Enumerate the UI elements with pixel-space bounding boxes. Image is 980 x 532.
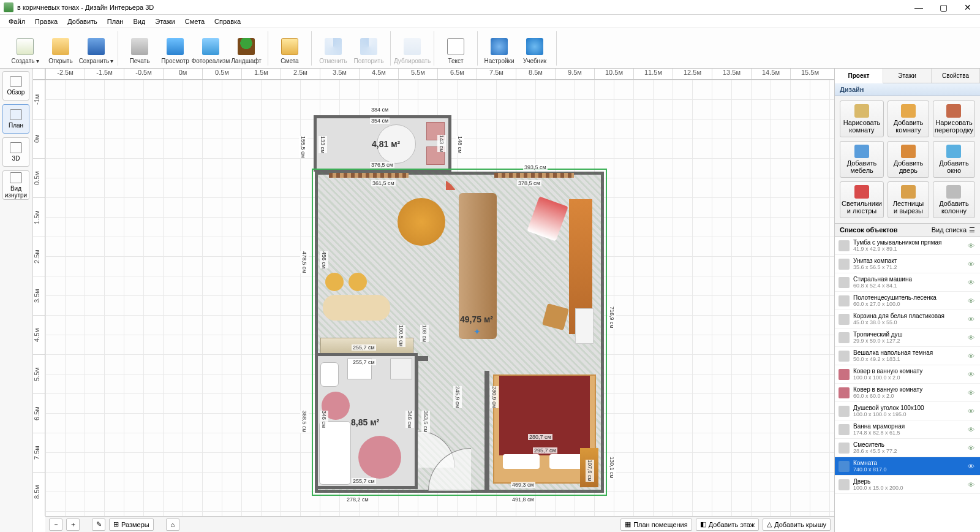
rp-tab-1[interactable]: Этажи	[883, 69, 932, 83]
visibility-icon[interactable]: 👁	[968, 260, 976, 268]
round-table[interactable]	[398, 198, 445, 246]
menu-правка[interactable]: Правка	[30, 17, 62, 26]
add-floor-button[interactable]: ◧Добавить этаж	[696, 519, 759, 531]
close-button[interactable]: ✕	[956, 0, 980, 15]
toilet[interactable]	[320, 362, 339, 387]
create-button[interactable]: Создать▾	[7, 31, 43, 66]
window-left[interactable]	[329, 173, 409, 178]
menu-вид[interactable]: Вид	[128, 17, 150, 26]
text-button[interactable]: Текст	[438, 31, 473, 66]
armchair[interactable]	[542, 303, 569, 330]
photoreal-button[interactable]: Фотореализм	[193, 31, 228, 66]
design-btn-6[interactable]: Светильники и люстры	[840, 181, 884, 218]
object-item[interactable]: Комната740.0 x 817.0👁	[835, 457, 980, 476]
visibility-icon[interactable]: 👁	[968, 444, 976, 452]
object-item[interactable]: Душевой уголок 100x100100.0 x 100.0 x 19…	[835, 402, 980, 420]
rp-tab-2[interactable]: Свойства	[932, 69, 980, 83]
list-view-toggle[interactable]: Вид списка☰	[932, 226, 975, 234]
menu-этажи[interactable]: Этажи	[150, 17, 179, 26]
design-btn-4[interactable]: Добавить дверь	[888, 141, 929, 178]
corner-shelf[interactable]	[433, 177, 459, 203]
minimize-button[interactable]: —	[907, 0, 931, 15]
exercise-bike[interactable]	[527, 196, 568, 241]
bath-rug[interactable]	[358, 436, 401, 479]
viewtab-plan[interactable]: План	[2, 104, 29, 134]
object-item[interactable]: Корзина для белья пластиковая45.0 x 38.0…	[835, 310, 980, 329]
visibility-icon[interactable]: 👁	[968, 279, 976, 286]
print-button[interactable]: Печать	[122, 31, 157, 66]
home-button[interactable]: ⌂	[166, 519, 179, 531]
object-item[interactable]: Тропический душ29.9 x 59.0 x 127.2👁	[835, 329, 980, 347]
menu-смета[interactable]: Смета	[180, 17, 209, 26]
object-item[interactable]: Ковер в ванную комнату100.0 x 100.0 x 2.…	[835, 365, 980, 384]
preview-button[interactable]: Просмотр	[157, 31, 193, 66]
visibility-icon[interactable]: 👁	[968, 297, 976, 305]
object-item[interactable]: Ванна мраморная174.8 x 82.8 x 61.5👁	[835, 420, 980, 439]
object-item[interactable]: Тумба с умывальником прямая41.9 x 42.9 x…	[835, 237, 980, 255]
landscape-button[interactable]: Ландшафт	[228, 31, 264, 66]
visibility-icon[interactable]: 👁	[968, 352, 976, 360]
room-bath[interactable]: 8,85 м²	[315, 353, 418, 489]
zoom-in-button[interactable]: ＋	[66, 519, 80, 531]
design-btn-1[interactable]: Добавить комнату	[888, 101, 929, 137]
menu-добавить[interactable]: Добавить	[62, 17, 102, 26]
menu-план[interactable]: План	[102, 17, 129, 26]
design-btn-3[interactable]: Добавить мебель	[840, 141, 884, 178]
dim: 378,5 см	[517, 180, 541, 186]
visibility-icon[interactable]: 👁	[968, 389, 976, 397]
open-button[interactable]: Открыть	[43, 31, 78, 66]
add-roof-button[interactable]: △Добавить крышу	[763, 519, 831, 531]
design-btn-5[interactable]: Добавить окно	[933, 141, 975, 178]
dim: 255,7 см	[352, 359, 376, 365]
sizes-button[interactable]: ⊞Размеры	[109, 519, 154, 531]
menu-справка[interactable]: Справка	[209, 17, 246, 26]
floorplan-button[interactable]: ▦План помещения	[620, 519, 692, 531]
zoom-out-button[interactable]: －	[49, 519, 62, 531]
design-btn-7[interactable]: Лестницы и вырезы	[888, 181, 929, 218]
bathtub[interactable]	[319, 421, 351, 485]
settings-button[interactable]: Настройки	[481, 31, 517, 66]
viewtab-obzor[interactable]: Обзор	[2, 71, 29, 101]
visibility-icon[interactable]: 👁	[968, 426, 976, 433]
window-right[interactable]	[494, 173, 574, 178]
object-item[interactable]: Стиральная машина60.8 x 52.4 x 84.1👁	[835, 273, 980, 292]
rp-tab-0[interactable]: Проект	[835, 69, 883, 83]
visibility-icon[interactable]: 👁	[968, 481, 976, 488]
counter[interactable]	[323, 295, 390, 321]
object-item[interactable]: Ковер в ванную комнату60.0 x 60.0 x 2.0👁	[835, 384, 980, 402]
stool-a[interactable]	[325, 273, 344, 291]
object-item[interactable]: Вешалка напольная темная50.0 x 49.2 x 18…	[835, 347, 980, 365]
visibility-icon[interactable]: 👁	[968, 463, 976, 470]
maximize-button[interactable]: ▢	[931, 0, 956, 15]
toolbar: Создать▾ОткрытьСохранить▾ПечатьПросмотрФ…	[0, 28, 980, 69]
floor-plan-canvas[interactable]: 4,81 м² 384 см 354 см 376,5 см 155,5 см …	[45, 80, 834, 516]
visibility-icon[interactable]: 👁	[968, 408, 976, 415]
object-item[interactable]: Унитаз компакт35.6 x 56.5 x 71.2👁	[835, 255, 980, 273]
stool-b[interactable]	[349, 273, 367, 291]
viewtab-inside[interactable]: Вид изнутри	[2, 170, 29, 200]
visibility-icon[interactable]: 👁	[968, 334, 976, 341]
wall-seg-2[interactable]	[484, 371, 489, 492]
washer[interactable]	[390, 359, 412, 379]
view-tabs: ОбзорПлан3DВид изнутри	[0, 69, 33, 532]
design-btn-8[interactable]: Добавить колонну	[933, 181, 975, 218]
visibility-icon[interactable]: 👁	[968, 371, 976, 378]
side-table[interactable]	[575, 308, 594, 344]
visibility-icon[interactable]: 👁	[968, 242, 976, 249]
object-item[interactable]: Дверь100.0 x 15.0 x 200.0👁	[835, 476, 980, 494]
visibility-icon[interactable]: 👁	[968, 316, 976, 323]
design-btn-2[interactable]: Нарисовать перегородку	[933, 101, 975, 137]
menu-файл[interactable]: Файл	[4, 17, 30, 26]
object-item[interactable]: Полотенцесушитель-лесенка60.0 x 27.0 x 1…	[835, 292, 980, 310]
object-item[interactable]: Смеситель28.6 x 45.5 x 77.2👁	[835, 439, 980, 457]
design-btn-0[interactable]: Нарисовать комнату	[840, 101, 884, 137]
save-button[interactable]: Сохранить▾	[78, 31, 114, 66]
tutorial-button[interactable]: Учебник	[517, 31, 552, 66]
viewtab-3d[interactable]: 3D	[2, 137, 29, 167]
smeta-button[interactable]: Смета	[272, 31, 307, 66]
ruler-tick: 3.5м	[33, 276, 45, 315]
pencil-button[interactable]: ✎	[92, 519, 105, 531]
plan-icon	[10, 109, 22, 120]
dim: 478,5 см	[300, 251, 309, 273]
object-list[interactable]: Тумба с умывальником прямая41.9 x 42.9 x…	[835, 237, 980, 532]
